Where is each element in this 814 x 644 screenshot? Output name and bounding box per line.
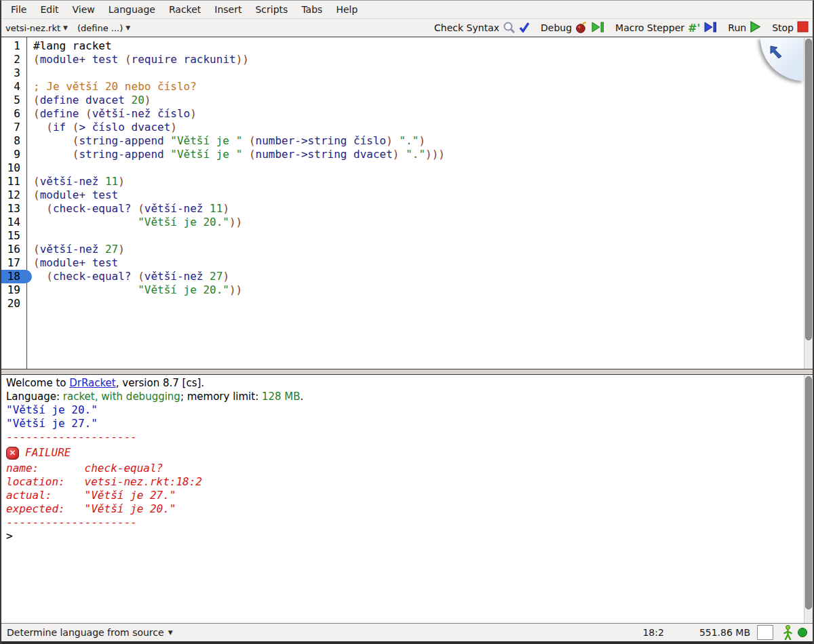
- code-area[interactable]: #lang racket(module+ test (require racku…: [27, 37, 804, 369]
- cursor-position: 18:2: [642, 627, 663, 638]
- toolbar-left: vetsi-nez.rkt ▼ (define ...) ▼: [5, 23, 130, 33]
- code-line[interactable]: [33, 66, 804, 80]
- line-number: 17: [1, 256, 26, 270]
- code-line[interactable]: [33, 229, 804, 243]
- line-number: 1: [1, 39, 26, 53]
- recycle-checkbox[interactable]: [757, 625, 773, 640]
- blue-check-icon: [519, 22, 530, 35]
- language-selector-button[interactable]: Determine language from source ▼: [7, 627, 173, 638]
- line-number: 12: [1, 188, 26, 202]
- code-line[interactable]: (check-equal? (větší-než 11): [33, 202, 804, 216]
- chevron-down-icon: ▼: [168, 629, 173, 636]
- menu-racket[interactable]: Racket: [162, 2, 208, 17]
- line-number: 11: [1, 175, 26, 188]
- line-number: 20: [1, 297, 26, 310]
- code-line[interactable]: (větší-než 27): [33, 243, 804, 256]
- pane-splitter[interactable]: [1, 369, 813, 375]
- separator-line: --------------------: [6, 430, 804, 444]
- menu-edit[interactable]: Edit: [33, 2, 65, 17]
- line-number: 3: [1, 66, 26, 80]
- code-line[interactable]: [33, 297, 804, 310]
- line-number: 18: [1, 270, 26, 283]
- line-number: 9: [1, 148, 26, 161]
- menu-help[interactable]: Help: [329, 2, 364, 17]
- output-value: "Větší je 27.": [6, 417, 804, 430]
- chevron-down-icon: ▼: [63, 24, 68, 31]
- language-line: Language: racket, with debugging; memory…: [6, 390, 804, 403]
- interactions-pane[interactable]: Welcome to DrRacket, version 8.7 [cs].La…: [1, 375, 813, 623]
- run-button[interactable]: Run: [728, 21, 761, 35]
- file-tab-label: vetsi-nez.rkt: [5, 23, 60, 33]
- line-number: 13: [1, 202, 26, 216]
- line-number: 15: [1, 229, 26, 243]
- code-line[interactable]: (string-append "Větší je " (number->stri…: [33, 148, 804, 161]
- memory-usage: 551.86 MB: [699, 627, 750, 638]
- magnifier-icon: [503, 21, 516, 35]
- menu-insert[interactable]: Insert: [208, 2, 248, 17]
- code-line[interactable]: (string-append "Větší je " (number->stri…: [33, 134, 804, 148]
- status-bar: Determine language from source ▼ 18:2 55…: [1, 623, 813, 641]
- failure-expected: expected: "Větší je 20.": [6, 502, 804, 516]
- line-number: 6: [1, 107, 26, 121]
- repl-content: Welcome to DrRacket, version 8.7 [cs].La…: [1, 375, 804, 623]
- macro-stepper-button[interactable]: Macro Stepper #': [615, 22, 717, 35]
- line-number: 8: [1, 134, 26, 148]
- output-value: "Větší je 20.": [6, 403, 804, 417]
- green-step-icon: [591, 22, 604, 35]
- line-number: 5: [1, 94, 26, 107]
- code-line[interactable]: (define dvacet 20): [33, 94, 804, 107]
- code-line[interactable]: [33, 161, 804, 175]
- scrollbar-thumb[interactable]: [805, 376, 812, 609]
- drracket-window: FileEditViewLanguageRacketInsertScriptsT…: [0, 0, 814, 644]
- separator-line: --------------------: [6, 516, 804, 529]
- code-line[interactable]: ; Je větší 20 nebo číslo?: [33, 80, 804, 94]
- failure-actual: actual: "Větší je 27.": [6, 489, 804, 502]
- line-number: 2: [1, 53, 26, 66]
- failure-location: location: vetsi-nez.rkt:18:2: [6, 475, 804, 489]
- line-number: 16: [1, 243, 26, 256]
- repl-scrollbar[interactable]: [804, 375, 813, 623]
- statusbar-right: 18:2 551.86 MB: [642, 625, 807, 641]
- line-number: 19: [1, 283, 26, 297]
- error-icon: ✕: [6, 447, 19, 460]
- code-line[interactable]: (check-equal? (větší-než 27): [33, 270, 804, 283]
- define-popup-label: (define ...): [77, 23, 123, 33]
- editor-scrollbar[interactable]: [804, 37, 813, 369]
- blue-step-icon: [703, 22, 717, 35]
- menu-view[interactable]: View: [66, 2, 102, 17]
- window-bottom-edge: [1, 641, 813, 644]
- code-line[interactable]: (větší-než 11): [33, 175, 804, 188]
- bomb-icon: [575, 21, 587, 35]
- run-play-icon: [750, 21, 761, 35]
- stick-figure-icon: [783, 625, 793, 641]
- menu-tabs[interactable]: Tabs: [294, 2, 329, 17]
- stop-button[interactable]: Stop: [772, 21, 809, 35]
- check-syntax-button[interactable]: Check Syntax: [434, 21, 530, 35]
- failure-name: name: check-equal?: [6, 462, 804, 475]
- menu-language[interactable]: Language: [102, 2, 162, 17]
- definitions-editor[interactable]: 1234567891011121314151617181920 #lang ra…: [1, 37, 813, 369]
- define-popup-dropdown[interactable]: (define ...) ▼: [77, 23, 130, 33]
- failure-header: ✕FAILURE: [6, 444, 804, 462]
- code-line[interactable]: (module+ test (require rackunit)): [33, 53, 804, 66]
- code-line[interactable]: "Větší je 20.")): [33, 216, 804, 229]
- code-line[interactable]: #lang racket: [33, 39, 804, 53]
- welcome-line: Welcome to DrRacket, version 8.7 [cs].: [6, 376, 804, 390]
- scrollbar-thumb[interactable]: [805, 39, 812, 340]
- drracket-link[interactable]: DrRacket: [69, 377, 116, 389]
- line-number-gutter: 1234567891011121314151617181920: [1, 37, 27, 369]
- menu-file[interactable]: File: [4, 2, 33, 17]
- code-line[interactable]: (define (větší-než číslo): [33, 107, 804, 121]
- toolbar-right: Check Syntax Debug Macro Stepper #' Run …: [434, 21, 809, 35]
- debug-button[interactable]: Debug: [541, 21, 604, 35]
- code-line[interactable]: (if (> číslo dvacet): [33, 121, 804, 134]
- file-tab-dropdown[interactable]: vetsi-nez.rkt ▼: [5, 23, 68, 33]
- menu-scripts[interactable]: Scripts: [248, 2, 294, 17]
- code-line[interactable]: (module+ test: [33, 256, 804, 270]
- chevron-down-icon: ▼: [125, 24, 130, 31]
- code-line[interactable]: "Větší je 20.")): [33, 283, 804, 297]
- stop-square-icon: [797, 21, 809, 35]
- repl-prompt[interactable]: >: [6, 529, 804, 543]
- northwest-arrow-icon: [769, 44, 783, 59]
- code-line[interactable]: (module+ test: [33, 188, 804, 202]
